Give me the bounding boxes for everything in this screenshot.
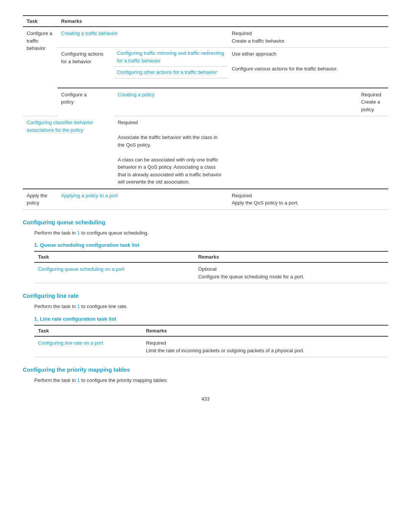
behavior-actions-remarks: Use either approachConfigure various act… (228, 48, 357, 88)
behavior-inner-table: Configuring traffic mirroring and traffi… (114, 48, 228, 78)
queue-scheduling-subsection: 1. Queue scheduling configuration task l… (34, 242, 388, 248)
lr-remarks-cell: RequiredLimit the rate of incoming packe… (142, 336, 388, 357)
apply-policy-link-cell: Applying a policy to a port (57, 189, 228, 210)
main-task-table: Task Remarks Configure atrafficbehavior … (23, 15, 388, 210)
line-rate-heading: Configuring line rate (23, 292, 388, 299)
other-actions-link[interactable]: Configuring other actions for a traffic … (117, 69, 217, 75)
classifier-behavior-link[interactable]: Configuring classifier-behavior associat… (27, 120, 93, 133)
creating-traffic-behavior-link[interactable]: Creating a traffic behavior (61, 30, 118, 36)
qs-link-cell: Configuring queue scheduling on a port (34, 262, 194, 283)
line-rate-port-link[interactable]: Configuring line rate on a port (38, 340, 103, 346)
lr-col-task: Task (34, 325, 142, 336)
creating-policy-link[interactable]: Creating a policy (118, 92, 155, 97)
lr-link-cell: Configuring line rate on a port (34, 336, 142, 357)
classifier-remarks: Required Associate the traffic behavior … (114, 116, 228, 189)
priority-ref-num: 1 (77, 377, 80, 383)
configuring-actions-cell: Configuring actionsfor a behavior (57, 48, 114, 88)
table-row: Configuring line rate on a port Required… (34, 336, 388, 357)
table-row: Configure atrafficbehavior Creating a tr… (23, 27, 388, 48)
apply-policy-link[interactable]: Applying a policy to a port (61, 193, 118, 198)
creating-traffic-remarks: RequiredCreate a traffic behavior. (228, 27, 357, 48)
inner-row: Configuring other actions for a traffic … (114, 67, 228, 78)
table-row: Configuring queue scheduling on a port O… (34, 262, 388, 283)
table-row-classifier: Configuring classifier-behavior associat… (23, 116, 388, 189)
queue-scheduling-heading: Configuring queue scheduling (23, 219, 388, 225)
other-actions-link-cell: Configuring other actions for a traffic … (114, 67, 228, 78)
queue-scheduling-table: Task Remarks Configuring queue schedulin… (34, 251, 388, 283)
queue-scheduling-port-link[interactable]: Configuring queue scheduling on a port (38, 266, 124, 272)
table-row-apply: Apply thepolicy Applying a policy to a p… (23, 189, 388, 210)
classifier-link-cell: Configuring classifier-behavior associat… (23, 116, 114, 189)
traffic-mirroring-link-cell: Configuring traffic mirroring and traffi… (114, 48, 228, 67)
behavior-links-cell: Configuring traffic mirroring and traffi… (114, 48, 228, 88)
qs-col-remarks: Remarks (194, 251, 388, 262)
creating-traffic-behavior-link-cell: Creating a traffic behavior (57, 27, 228, 48)
line-rate-table: Task Remarks Configuring line rate on a … (34, 325, 388, 357)
qs-remarks-cell: OptionalConfigure the queue scheduling m… (194, 262, 388, 283)
inner-row: Configuring traffic mirroring and traffi… (114, 48, 228, 67)
lr-col-remarks: Remarks (142, 325, 388, 336)
creating-policy-remarks: RequiredCreate a policy. (357, 88, 388, 116)
apply-policy-cell: Apply thepolicy (23, 189, 57, 210)
qs-col-task: Task (34, 251, 194, 262)
creating-policy-link-cell: Creating a policy (114, 88, 357, 116)
col-task-header: Task (23, 16, 57, 27)
priority-mapping-body: Perform the task in 1 to configure the p… (34, 377, 388, 385)
apply-policy-remarks: RequiredApply the QoS policy to a port. (228, 189, 357, 210)
queue-ref-num: 1 (77, 230, 80, 236)
traffic-mirroring-link[interactable]: Configuring traffic mirroring and traffi… (117, 50, 224, 64)
page-content: Task Remarks Configure atrafficbehavior … (23, 15, 388, 402)
table-row-creating-policy: Configure apolicy Creating a policy Requ… (23, 88, 388, 116)
page-number: 433 (23, 396, 388, 402)
col-remarks-header: Remarks (57, 16, 228, 27)
configure-behavior-cell: Configure atrafficbehavior (23, 27, 57, 116)
priority-mapping-heading: Configuring the priority mapping tables (23, 366, 388, 373)
line-rate-subsection: 1. Line rate configuration task list (34, 316, 388, 322)
queue-scheduling-body: Perform the task in 1 to configure queue… (34, 229, 388, 237)
line-rate-ref-num: 1 (77, 304, 80, 309)
table-row-behavior-actions: Configuring actionsfor a behavior Config… (23, 48, 388, 88)
line-rate-body: Perform the task in 1 to configure line … (34, 303, 388, 311)
